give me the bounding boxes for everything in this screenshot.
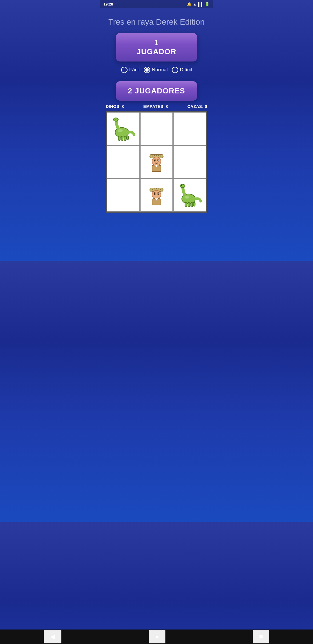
- svg-point-18: [157, 160, 159, 162]
- difficulty-facil-label: Fácil: [129, 67, 140, 73]
- difficulty-normal[interactable]: Normal: [144, 67, 168, 73]
- svg-point-31: [155, 193, 155, 194]
- svg-point-25: [156, 188, 157, 189]
- cell-4[interactable]: [140, 145, 173, 179]
- svg-rect-3: [121, 136, 123, 140]
- svg-point-17: [154, 160, 156, 162]
- cell-5[interactable]: [173, 145, 206, 179]
- svg-point-1: [114, 118, 119, 121]
- dinos-score: DINOS: 0: [106, 104, 125, 109]
- cell-8[interactable]: [173, 179, 206, 212]
- radio-normal[interactable]: [144, 67, 150, 73]
- svg-point-19: [155, 160, 155, 161]
- svg-point-15: [160, 156, 161, 157]
- svg-point-28: [152, 190, 161, 199]
- app-title: Tres en raya Derek Edition: [103, 17, 210, 27]
- cazas-score: CAZAS: 0: [187, 104, 207, 109]
- cell-2[interactable]: [173, 112, 206, 145]
- hunter-icon-7: [144, 183, 169, 207]
- status-icons: 🔔 ▲ ▌▌ 🔋: [187, 2, 210, 6]
- svg-point-40: [184, 196, 189, 199]
- game-grid: [106, 111, 207, 213]
- svg-point-39: [181, 185, 182, 186]
- svg-rect-2: [119, 136, 121, 140]
- scores-row: DINOS: 0 EMPATES: 0 CAZAS: 0: [100, 101, 213, 111]
- wifi-icon: ▲: [193, 2, 197, 6]
- empates-score: EMPATES: 0: [143, 104, 169, 109]
- hunter-icon-4: [144, 150, 169, 174]
- two-players-button[interactable]: 2 JUGADORES: [116, 81, 197, 101]
- dino-icon-8: [178, 183, 202, 207]
- main-content: Tres en raya Derek Edition 1 JUGADOR Fác…: [100, 8, 213, 261]
- svg-point-6: [115, 119, 116, 120]
- svg-point-32: [158, 193, 159, 194]
- svg-point-24: [154, 189, 155, 189]
- svg-rect-36: [188, 202, 190, 207]
- cell-3[interactable]: [107, 145, 140, 179]
- radio-facil[interactable]: [121, 67, 128, 73]
- svg-point-16: [152, 157, 161, 166]
- difficulty-facil[interactable]: Fácil: [121, 67, 140, 73]
- difficulty-dificil[interactable]: Difícil: [172, 67, 192, 73]
- difficulty-row: Fácil Normal Difícil: [121, 67, 192, 73]
- one-player-button[interactable]: 1 JUGADOR: [116, 33, 197, 61]
- svg-point-20: [158, 160, 159, 161]
- svg-point-27: [160, 189, 161, 190]
- battery-icon: 🔋: [205, 2, 210, 6]
- svg-point-29: [154, 193, 156, 195]
- svg-point-34: [180, 184, 185, 188]
- svg-point-30: [157, 193, 159, 195]
- cell-7[interactable]: [140, 179, 173, 212]
- radio-dificil[interactable]: [172, 67, 178, 73]
- difficulty-normal-label: Normal: [152, 67, 168, 73]
- svg-rect-5: [127, 136, 129, 140]
- svg-point-8: [118, 129, 123, 132]
- notification-icon: 🔔: [187, 2, 192, 6]
- svg-point-13: [156, 155, 157, 156]
- svg-point-7: [114, 120, 114, 120]
- svg-point-23: [152, 189, 153, 190]
- svg-rect-35: [185, 202, 187, 207]
- cell-0[interactable]: [107, 112, 140, 145]
- cell-1[interactable]: [140, 112, 173, 145]
- cell-6[interactable]: [107, 179, 140, 212]
- dino-icon-0: [111, 117, 135, 141]
- svg-rect-37: [191, 202, 193, 207]
- status-time: 19:28: [103, 2, 113, 6]
- svg-point-11: [152, 156, 153, 157]
- svg-point-14: [158, 155, 159, 156]
- svg-rect-4: [124, 136, 126, 140]
- svg-rect-38: [193, 202, 195, 206]
- signal-icon: ▌▌: [198, 2, 203, 6]
- difficulty-dificil-label: Difícil: [180, 67, 192, 73]
- svg-point-12: [154, 155, 155, 156]
- svg-point-26: [158, 189, 159, 189]
- status-bar: 19:28 🔔 ▲ ▌▌ 🔋: [100, 0, 213, 8]
